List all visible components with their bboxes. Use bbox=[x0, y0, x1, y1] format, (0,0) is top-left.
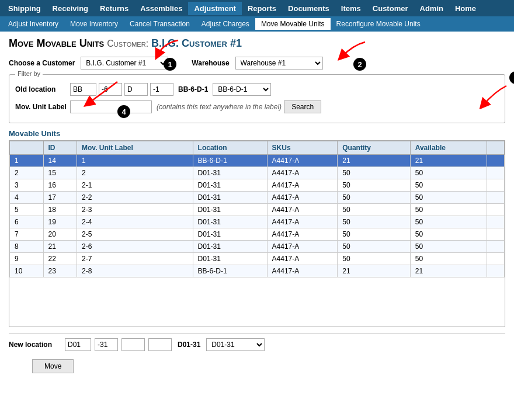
move-button[interactable]: Move bbox=[32, 359, 74, 373]
cell-id: 16 bbox=[43, 179, 77, 192]
table-body: 1 14 1 BB-6-D-1 A4417-A 21 21 2 15 2 D01… bbox=[10, 155, 505, 277]
subnav-adjust-inventory[interactable]: Adjust Inventory bbox=[2, 18, 64, 30]
nav-admin[interactable]: Admin bbox=[414, 2, 449, 15]
nav-returns[interactable]: Returns bbox=[94, 2, 134, 15]
cell-num: 9 bbox=[10, 253, 44, 265]
page-title: Move Movable Units Customer: B.I.G. Cust… bbox=[9, 37, 505, 50]
annotation-1: 1 bbox=[164, 58, 176, 71]
table-row[interactable]: 1 14 1 BB-6-D-1 A4417-A 21 21 bbox=[10, 155, 505, 167]
cell-extra bbox=[487, 241, 505, 253]
cell-available: 50 bbox=[410, 192, 487, 204]
customer-warehouse-row: Choose a Customer B.I.G. Customer #1 War… bbox=[9, 57, 505, 70]
cell-quantity: 50 bbox=[338, 167, 410, 179]
col-num bbox=[10, 141, 44, 155]
table-container: ID Mov. Unit Label Location SKUs Quantit… bbox=[9, 140, 505, 327]
cell-available: 50 bbox=[410, 253, 487, 265]
new-loc-display-1: D01-31 bbox=[178, 341, 200, 349]
new-loc-input-2[interactable] bbox=[95, 338, 118, 351]
new-loc-input-3[interactable] bbox=[121, 338, 145, 351]
filter-legend: Filter by bbox=[15, 70, 43, 77]
cell-skus: A4417-A bbox=[267, 265, 338, 277]
page-title-text: Move Movable Units bbox=[9, 37, 104, 49]
cell-available: 50 bbox=[410, 241, 487, 253]
cell-extra bbox=[487, 167, 505, 179]
old-loc-input-3[interactable] bbox=[124, 83, 148, 96]
nav-adjustment[interactable]: Adjustment bbox=[188, 2, 242, 15]
warehouse-label: Warehouse bbox=[192, 59, 229, 67]
cell-extra bbox=[487, 155, 505, 167]
subnav-move-inventory[interactable]: Move Inventory bbox=[64, 18, 124, 30]
table-row[interactable]: 7 20 2-5 D01-31 A4417-A 50 50 bbox=[10, 228, 505, 241]
new-loc-dropdown[interactable]: D01-31 bbox=[206, 338, 265, 351]
cell-location: D01-31 bbox=[193, 253, 267, 265]
col-location: Location bbox=[193, 141, 267, 155]
old-loc-display-1: BB-6-D-1 bbox=[178, 85, 208, 93]
cell-location: BB-6-D-1 bbox=[193, 265, 267, 277]
table-row[interactable]: 5 18 2-3 D01-31 A4417-A 50 50 bbox=[10, 204, 505, 216]
nav-receiving[interactable]: Receiving bbox=[47, 2, 94, 15]
cell-skus: A4417-A bbox=[267, 228, 338, 241]
new-loc-input-1[interactable] bbox=[65, 338, 91, 351]
arrow-2 bbox=[330, 39, 371, 63]
nav-home[interactable]: Home bbox=[449, 2, 482, 15]
nav-assemblies[interactable]: Assemblies bbox=[134, 2, 188, 15]
movable-units-section: Movable Units ID Mov. Unit Label Locatio… bbox=[9, 129, 505, 327]
nav-reports[interactable]: Reports bbox=[242, 2, 282, 15]
cell-location: D01-31 bbox=[193, 192, 267, 204]
cell-skus: A4417-A bbox=[267, 253, 338, 265]
cell-location: D01-31 bbox=[193, 228, 267, 241]
subnav-cancel-transaction[interactable]: Cancel Transaction bbox=[124, 18, 196, 30]
table-row[interactable]: 3 16 2-1 D01-31 A4417-A 50 50 bbox=[10, 179, 505, 192]
filter-content: Old location BB-6-D-1 BB-6-D-1 3 bbox=[15, 79, 499, 113]
cell-available: 50 bbox=[410, 167, 487, 179]
subnav-reconfigure-movable-units[interactable]: Reconfigure Movable Units bbox=[331, 18, 426, 30]
table-row[interactable]: 4 17 2-2 D01-31 A4417-A 50 50 bbox=[10, 192, 505, 204]
subnav-adjust-charges[interactable]: Adjust Charges bbox=[196, 18, 255, 30]
cell-extra bbox=[487, 228, 505, 241]
bottom-section: New location D01-31 D01-31 bbox=[9, 333, 505, 356]
cell-label: 2-2 bbox=[77, 192, 193, 204]
cell-quantity: 50 bbox=[338, 241, 410, 253]
col-mov-unit-label: Mov. Unit Label bbox=[77, 141, 193, 155]
table-row[interactable]: 8 21 2-6 D01-31 A4417-A 50 50 bbox=[10, 241, 505, 253]
new-loc-input-4[interactable] bbox=[148, 338, 172, 351]
cell-available: 50 bbox=[410, 216, 487, 228]
table-row[interactable]: 10 23 2-8 BB-6-D-1 A4417-A 21 21 bbox=[10, 265, 505, 277]
cell-skus: A4417-A bbox=[267, 216, 338, 228]
cell-quantity: 50 bbox=[338, 228, 410, 241]
cell-num: 2 bbox=[10, 167, 44, 179]
cell-available: 21 bbox=[410, 155, 487, 167]
cell-num: 6 bbox=[10, 216, 44, 228]
table-header-row: ID Mov. Unit Label Location SKUs Quantit… bbox=[10, 141, 505, 155]
warehouse-select[interactable]: Warehouse #1 bbox=[235, 57, 323, 70]
cell-num: 1 bbox=[10, 155, 44, 167]
table-row[interactable]: 2 15 2 D01-31 A4417-A 50 50 bbox=[10, 167, 505, 179]
cell-available: 50 bbox=[410, 228, 487, 241]
cell-id: 19 bbox=[43, 216, 77, 228]
cell-location: D01-31 bbox=[193, 204, 267, 216]
cell-label: 2-8 bbox=[77, 265, 193, 277]
cell-skus: A4417-A bbox=[267, 179, 338, 192]
old-loc-input-4[interactable] bbox=[150, 83, 173, 96]
col-id: ID bbox=[43, 141, 77, 155]
subnav-move-movable-units[interactable]: Move Movable Units bbox=[255, 18, 331, 30]
nav-shipping[interactable]: Shipping bbox=[2, 2, 47, 15]
page-content: Move Movable Units Customer: B.I.G. Cust… bbox=[0, 32, 514, 379]
table-row[interactable]: 6 19 2-4 D01-31 A4417-A 50 50 bbox=[10, 216, 505, 228]
cell-quantity: 50 bbox=[338, 204, 410, 216]
cell-location: D01-31 bbox=[193, 241, 267, 253]
cell-location: BB-6-D-1 bbox=[193, 155, 267, 167]
annotation-4: 4 bbox=[117, 105, 130, 118]
nav-items[interactable]: Items bbox=[335, 2, 367, 15]
nav-documents[interactable]: Documents bbox=[282, 2, 335, 15]
nav-customer[interactable]: Customer bbox=[367, 2, 414, 15]
cell-extra bbox=[487, 204, 505, 216]
cell-num: 3 bbox=[10, 179, 44, 192]
cell-skus: A4417-A bbox=[267, 167, 338, 179]
table-row[interactable]: 9 22 2-7 D01-31 A4417-A 50 50 bbox=[10, 253, 505, 265]
search-button[interactable]: Search bbox=[284, 100, 321, 113]
cell-location: D01-31 bbox=[193, 167, 267, 179]
cell-id: 23 bbox=[43, 265, 77, 277]
old-loc-dropdown[interactable]: BB-6-D-1 bbox=[213, 83, 271, 96]
movable-units-table: ID Mov. Unit Label Location SKUs Quantit… bbox=[9, 141, 505, 277]
